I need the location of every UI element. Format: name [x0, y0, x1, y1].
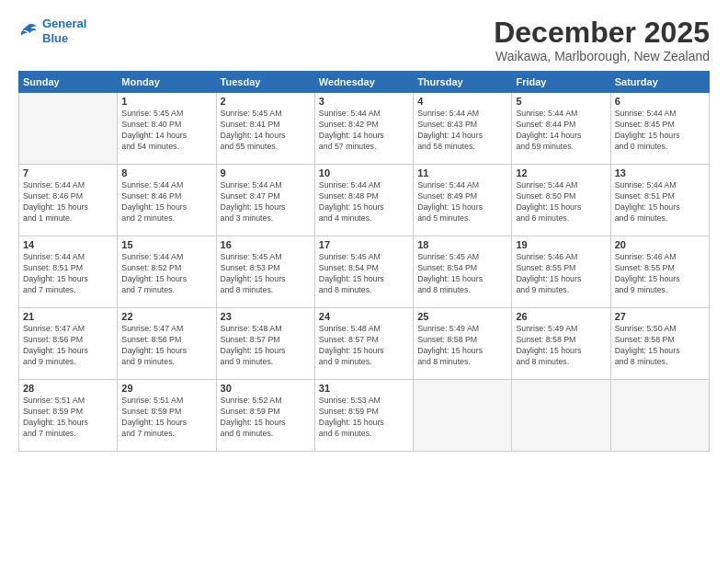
- table-row: 27Sunrise: 5:50 AMSunset: 8:58 PMDayligh…: [610, 308, 709, 380]
- day-info: Sunrise: 5:47 AMSunset: 8:56 PMDaylight:…: [121, 324, 211, 368]
- day-number: 6: [615, 96, 705, 107]
- table-row: 21Sunrise: 5:47 AMSunset: 8:56 PMDayligh…: [19, 308, 118, 380]
- day-info: Sunrise: 5:44 AMSunset: 8:46 PMDaylight:…: [121, 180, 211, 224]
- day-number: 7: [23, 167, 113, 178]
- table-row: 13Sunrise: 5:44 AMSunset: 8:51 PMDayligh…: [610, 165, 709, 236]
- table-row: 4Sunrise: 5:44 AMSunset: 8:43 PMDaylight…: [414, 93, 512, 165]
- table-row: [512, 380, 610, 452]
- table-row: 29Sunrise: 5:51 AMSunset: 8:59 PMDayligh…: [118, 380, 216, 452]
- table-row: 1Sunrise: 5:45 AMSunset: 8:40 PMDaylight…: [118, 93, 216, 165]
- day-number: 20: [615, 239, 705, 250]
- col-friday: Friday: [512, 72, 610, 93]
- day-number: 8: [121, 167, 211, 178]
- table-row: 5Sunrise: 5:44 AMSunset: 8:44 PMDaylight…: [512, 93, 610, 165]
- col-monday: Monday: [118, 72, 216, 93]
- table-row: 10Sunrise: 5:44 AMSunset: 8:48 PMDayligh…: [314, 165, 413, 236]
- table-row: 23Sunrise: 5:48 AMSunset: 8:57 PMDayligh…: [216, 308, 314, 380]
- col-tuesday: Tuesday: [216, 72, 314, 93]
- table-row: 18Sunrise: 5:45 AMSunset: 8:54 PMDayligh…: [414, 236, 512, 308]
- table-row: 16Sunrise: 5:45 AMSunset: 8:53 PMDayligh…: [216, 236, 314, 308]
- day-info: Sunrise: 5:48 AMSunset: 8:57 PMDaylight:…: [221, 324, 311, 368]
- day-number: 27: [615, 311, 705, 322]
- table-row: [19, 93, 118, 165]
- day-number: 24: [319, 311, 409, 322]
- day-info: Sunrise: 5:44 AMSunset: 8:42 PMDaylight:…: [319, 109, 409, 153]
- logo: General Blue: [18, 17, 86, 45]
- table-row: 24Sunrise: 5:48 AMSunset: 8:57 PMDayligh…: [314, 308, 413, 380]
- day-number: 19: [516, 239, 606, 250]
- calendar-header-row: Sunday Monday Tuesday Wednesday Thursday…: [19, 72, 710, 93]
- day-info: Sunrise: 5:45 AMSunset: 8:40 PMDaylight:…: [121, 109, 211, 153]
- table-row: 20Sunrise: 5:46 AMSunset: 8:55 PMDayligh…: [610, 236, 709, 308]
- calendar-week-row: 7Sunrise: 5:44 AMSunset: 8:46 PMDaylight…: [19, 165, 710, 236]
- day-number: 11: [417, 167, 507, 178]
- col-wednesday: Wednesday: [314, 72, 413, 93]
- table-row: 22Sunrise: 5:47 AMSunset: 8:56 PMDayligh…: [118, 308, 216, 380]
- day-info: Sunrise: 5:44 AMSunset: 8:44 PMDaylight:…: [516, 109, 606, 153]
- day-number: 21: [23, 311, 113, 322]
- day-info: Sunrise: 5:44 AMSunset: 8:46 PMDaylight:…: [23, 180, 113, 224]
- day-info: Sunrise: 5:47 AMSunset: 8:56 PMDaylight:…: [23, 324, 113, 368]
- table-row: 30Sunrise: 5:52 AMSunset: 8:59 PMDayligh…: [216, 380, 314, 452]
- day-number: 5: [516, 96, 606, 107]
- table-row: 3Sunrise: 5:44 AMSunset: 8:42 PMDaylight…: [314, 93, 413, 165]
- day-info: Sunrise: 5:44 AMSunset: 8:51 PMDaylight:…: [23, 252, 113, 296]
- table-row: [610, 380, 709, 452]
- day-info: Sunrise: 5:44 AMSunset: 8:45 PMDaylight:…: [615, 109, 705, 153]
- table-row: [414, 380, 512, 452]
- day-info: Sunrise: 5:49 AMSunset: 8:58 PMDaylight:…: [516, 324, 606, 368]
- table-row: 9Sunrise: 5:44 AMSunset: 8:47 PMDaylight…: [216, 165, 314, 236]
- logo-blue: Blue: [42, 31, 68, 45]
- day-number: 16: [221, 239, 311, 250]
- day-number: 13: [615, 167, 705, 178]
- location: Waikawa, Marlborough, New Zealand: [494, 49, 710, 63]
- day-number: 18: [417, 239, 507, 250]
- col-thursday: Thursday: [414, 72, 512, 93]
- day-info: Sunrise: 5:44 AMSunset: 8:52 PMDaylight:…: [121, 252, 211, 296]
- day-info: Sunrise: 5:52 AMSunset: 8:59 PMDaylight:…: [221, 396, 311, 440]
- table-row: 8Sunrise: 5:44 AMSunset: 8:46 PMDaylight…: [118, 165, 216, 236]
- table-row: 12Sunrise: 5:44 AMSunset: 8:50 PMDayligh…: [512, 165, 610, 236]
- day-number: 22: [121, 311, 211, 322]
- page: General Blue December 2025 Waikawa, Marl…: [0, 0, 728, 563]
- calendar-week-row: 21Sunrise: 5:47 AMSunset: 8:56 PMDayligh…: [19, 308, 710, 380]
- table-row: 26Sunrise: 5:49 AMSunset: 8:58 PMDayligh…: [512, 308, 610, 380]
- table-row: 14Sunrise: 5:44 AMSunset: 8:51 PMDayligh…: [19, 236, 118, 308]
- calendar-week-row: 14Sunrise: 5:44 AMSunset: 8:51 PMDayligh…: [19, 236, 710, 308]
- table-row: 2Sunrise: 5:45 AMSunset: 8:41 PMDaylight…: [216, 93, 314, 165]
- day-info: Sunrise: 5:46 AMSunset: 8:55 PMDaylight:…: [516, 252, 606, 296]
- day-number: 9: [221, 167, 311, 178]
- day-info: Sunrise: 5:51 AMSunset: 8:59 PMDaylight:…: [23, 396, 113, 440]
- day-info: Sunrise: 5:45 AMSunset: 8:53 PMDaylight:…: [221, 252, 311, 296]
- month-title: December 2025: [494, 17, 710, 49]
- day-info: Sunrise: 5:46 AMSunset: 8:55 PMDaylight:…: [615, 252, 705, 296]
- table-row: 6Sunrise: 5:44 AMSunset: 8:45 PMDaylight…: [610, 93, 709, 165]
- day-info: Sunrise: 5:44 AMSunset: 8:43 PMDaylight:…: [417, 109, 507, 153]
- day-number: 25: [417, 311, 507, 322]
- title-block: December 2025 Waikawa, Marlborough, New …: [494, 17, 710, 63]
- table-row: 28Sunrise: 5:51 AMSunset: 8:59 PMDayligh…: [19, 380, 118, 452]
- day-number: 26: [516, 311, 606, 322]
- day-info: Sunrise: 5:48 AMSunset: 8:57 PMDaylight:…: [319, 324, 409, 368]
- day-number: 1: [121, 96, 211, 107]
- day-number: 29: [121, 383, 211, 394]
- day-number: 31: [319, 383, 409, 394]
- day-number: 15: [121, 239, 211, 250]
- calendar-table: Sunday Monday Tuesday Wednesday Thursday…: [18, 71, 710, 452]
- day-info: Sunrise: 5:44 AMSunset: 8:51 PMDaylight:…: [615, 180, 705, 224]
- logo-bird-icon: [18, 21, 39, 41]
- day-info: Sunrise: 5:45 AMSunset: 8:54 PMDaylight:…: [319, 252, 409, 296]
- table-row: 7Sunrise: 5:44 AMSunset: 8:46 PMDaylight…: [19, 165, 118, 236]
- day-info: Sunrise: 5:53 AMSunset: 8:59 PMDaylight:…: [319, 396, 409, 440]
- table-row: 11Sunrise: 5:44 AMSunset: 8:49 PMDayligh…: [414, 165, 512, 236]
- table-row: 15Sunrise: 5:44 AMSunset: 8:52 PMDayligh…: [118, 236, 216, 308]
- logo-general: General: [42, 17, 86, 30]
- table-row: 31Sunrise: 5:53 AMSunset: 8:59 PMDayligh…: [314, 380, 413, 452]
- header: General Blue December 2025 Waikawa, Marl…: [18, 17, 710, 63]
- calendar-week-row: 1Sunrise: 5:45 AMSunset: 8:40 PMDaylight…: [19, 93, 710, 165]
- day-info: Sunrise: 5:50 AMSunset: 8:58 PMDaylight:…: [615, 324, 705, 368]
- day-number: 14: [23, 239, 113, 250]
- day-number: 10: [319, 167, 409, 178]
- day-number: 17: [319, 239, 409, 250]
- day-info: Sunrise: 5:44 AMSunset: 8:49 PMDaylight:…: [417, 180, 507, 224]
